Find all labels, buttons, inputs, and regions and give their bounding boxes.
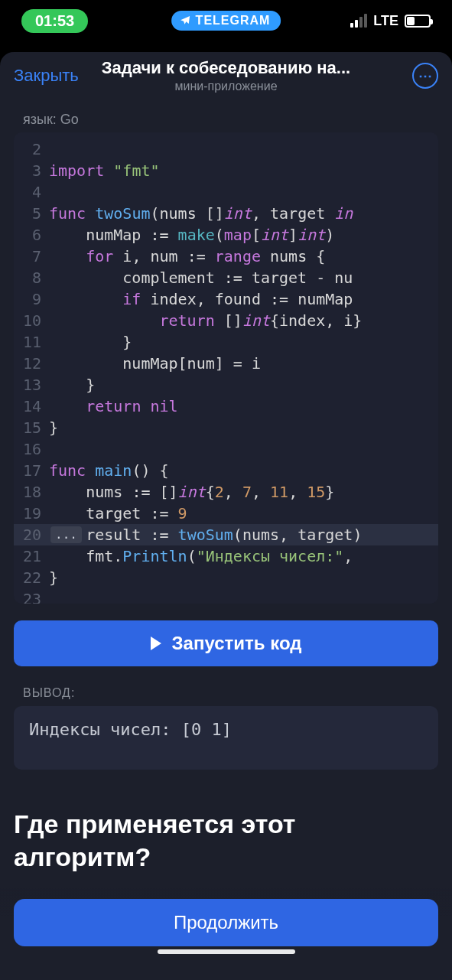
code-text: target := 9 (49, 503, 187, 524)
code-line[interactable]: 11 } (14, 331, 438, 353)
code-line[interactable]: 22} (14, 567, 438, 588)
page-subtitle: мини-приложение (102, 80, 350, 93)
code-text: } (49, 567, 58, 588)
line-number: 15 (14, 417, 49, 438)
code-text: func twoSum(nums []int, target in (49, 203, 353, 224)
code-text: return []int{index, i} (49, 310, 362, 331)
battery-icon: 37 (405, 15, 431, 28)
code-line[interactable]: 8 complement := target - nu (14, 267, 438, 288)
content-scroll[interactable]: язык: Go 23import "fmt"45func twoSum(num… (0, 96, 452, 888)
continue-button[interactable]: Продолжить (14, 899, 438, 946)
code-line[interactable]: 4 (14, 181, 438, 203)
output-label: вывод: (23, 686, 438, 700)
line-number: 10 (14, 310, 49, 331)
code-line[interactable]: 17func main() { (14, 460, 438, 481)
code-text: if index, found := numMap (49, 288, 353, 310)
language-label: язык: Go (23, 112, 438, 128)
line-number: 2 (14, 138, 49, 160)
ellipsis-icon: ⋯ (418, 67, 432, 84)
code-line[interactable]: 23 (14, 588, 438, 604)
code-text: return nil (49, 396, 178, 417)
line-number: 13 (14, 374, 49, 396)
run-button[interactable]: Запустить код (14, 620, 438, 666)
line-number: 17 (14, 460, 49, 481)
line-number: 6 (14, 224, 49, 246)
code-text: complement := target - nu (49, 267, 353, 288)
home-indicator (158, 949, 295, 954)
code-line[interactable]: 7 for i, num := range nums { (14, 246, 438, 267)
telegram-pill[interactable]: TELEGRAM (171, 11, 281, 31)
output-box: Индексы чисел: [0 1] (14, 706, 438, 770)
sheet-header: Закрыть Задачи к собеседованию на... мин… (0, 52, 452, 96)
line-number: 3 (14, 160, 49, 181)
telegram-icon (179, 15, 191, 27)
fold-badge[interactable]: ... (50, 526, 82, 543)
line-number: 20 (14, 524, 49, 545)
code-text: } (49, 374, 95, 396)
code-text: for i, num := range nums { (49, 246, 325, 267)
code-text: numMap[num] = i (49, 353, 261, 374)
run-button-label: Запустить код (172, 633, 302, 654)
play-icon (151, 637, 161, 650)
signal-icon (350, 14, 367, 28)
line-number: 18 (14, 481, 49, 503)
line-number: 21 (14, 545, 49, 567)
code-editor[interactable]: 23import "fmt"45func twoSum(nums []int, … (14, 132, 438, 604)
line-number: 19 (14, 503, 49, 524)
continue-button-label: Продолжить (174, 912, 278, 933)
code-line[interactable]: 9 if index, found := numMap (14, 288, 438, 310)
footer-bar: Продолжить (0, 888, 452, 980)
mini-app-sheet: Закрыть Задачи к собеседованию на... мин… (0, 52, 452, 980)
code-text: import "fmt" (49, 160, 160, 181)
code-line[interactable]: 3import "fmt" (14, 160, 438, 181)
line-number: 9 (14, 288, 49, 310)
telegram-pill-label: TELEGRAM (196, 14, 271, 28)
code-line[interactable]: 2 (14, 138, 438, 160)
code-text: } (49, 331, 132, 353)
code-line[interactable]: 6 numMap := make(map[int]int) (14, 224, 438, 246)
code-text: nums := []int{2, 7, 11, 15} (49, 481, 334, 503)
code-line[interactable]: 12 numMap[num] = i (14, 353, 438, 374)
code-text: func main() { (49, 460, 169, 481)
status-right: LTE 37 (350, 13, 431, 29)
code-line[interactable]: 15} (14, 417, 438, 438)
line-number: 22 (14, 567, 49, 588)
line-number: 23 (14, 588, 49, 604)
code-text: fmt.Println("Индексы чисел:", (49, 545, 353, 567)
line-number: 7 (14, 246, 49, 267)
more-button[interactable]: ⋯ (412, 63, 438, 89)
section-heading: Где применяется этот алгоритм? (14, 808, 438, 873)
code-line[interactable]: 19 target := 9 (14, 503, 438, 524)
code-line[interactable]: 21 fmt.Println("Индексы чисел:", (14, 545, 438, 567)
code-text: numMap := make(map[int]int) (49, 224, 334, 246)
code-line[interactable]: 16 (14, 438, 438, 460)
code-line[interactable]: 13 } (14, 374, 438, 396)
line-number: 14 (14, 396, 49, 417)
code-line[interactable]: 18 nums := []int{2, 7, 11, 15} (14, 481, 438, 503)
code-text: } (49, 417, 58, 438)
line-number: 11 (14, 331, 49, 353)
line-number: 16 (14, 438, 49, 460)
code-line[interactable]: 10 return []int{index, i} (14, 310, 438, 331)
page-title: Задачи к собеседованию на... (102, 58, 350, 78)
status-bar: 01:53 TELEGRAM LTE 37 (0, 0, 452, 41)
line-number: 4 (14, 181, 49, 203)
line-number: 12 (14, 353, 49, 374)
close-button[interactable]: Закрыть (14, 66, 79, 86)
code-text: result := twoSum(nums, target) (49, 524, 362, 545)
line-number: 8 (14, 267, 49, 288)
line-number: 5 (14, 203, 49, 224)
status-time-pill: 01:53 (21, 9, 88, 33)
code-line[interactable]: 5func twoSum(nums []int, target in (14, 203, 438, 224)
code-line[interactable]: 14 return nil (14, 396, 438, 417)
network-label: LTE (373, 13, 398, 29)
